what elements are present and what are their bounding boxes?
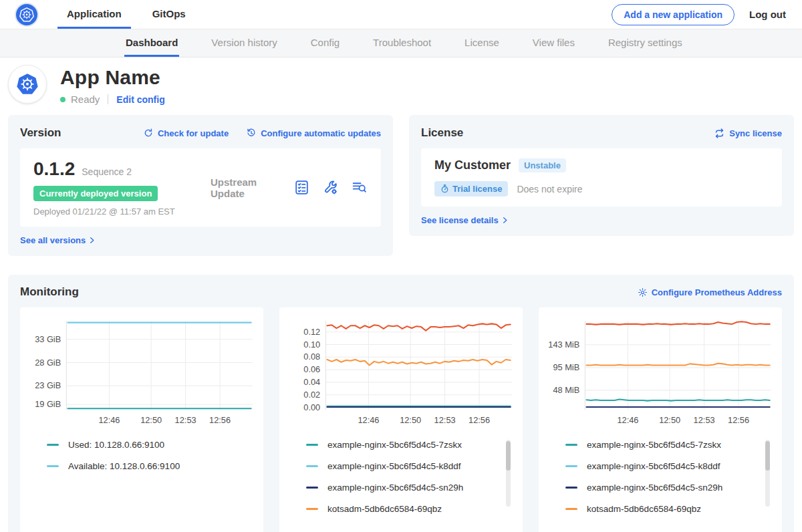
- sub-tab-registry-settings[interactable]: Registry settings: [607, 29, 684, 57]
- sub-tab-license[interactable]: License: [463, 29, 501, 57]
- legend-label: kotsadm-5db6dc6584-69qbz: [327, 504, 442, 514]
- legend-label: example-nginx-5bc6f5d4c5-7zskx: [327, 440, 462, 450]
- sync-icon: [714, 128, 725, 139]
- license-card-title: License: [421, 126, 463, 140]
- legend-item: example-nginx-5bc6f5d4c5-k8ddf: [565, 461, 777, 471]
- svg-text:0.08: 0.08: [303, 352, 320, 362]
- svg-text:12:53: 12:53: [175, 415, 196, 425]
- svg-text:12:50: 12:50: [659, 415, 680, 425]
- svg-text:12:46: 12:46: [98, 415, 120, 425]
- sub-tab-config[interactable]: Config: [309, 29, 341, 57]
- legend-item: kotsadm-5db6dc6584-69qbz: [565, 504, 777, 514]
- legend-item: Used: 10.128.0.66:9100: [47, 440, 258, 450]
- edit-config-link[interactable]: Edit config: [116, 94, 164, 105]
- legend-color-dash: [47, 465, 59, 467]
- legend-color-dash: [565, 444, 577, 446]
- top-tab-gitops[interactable]: GitOps: [143, 0, 195, 29]
- svg-text:12:56: 12:56: [469, 415, 490, 425]
- legend-color-dash: [565, 508, 577, 510]
- chevron-right-icon: [501, 217, 509, 224]
- legend-label: example-nginx-5bc6f5d4c5-sn29h: [587, 483, 722, 493]
- license-panel: My Customer Unstable Trial license Does …: [421, 148, 782, 207]
- legend-color-dash: [306, 487, 318, 489]
- svg-text:12:56: 12:56: [728, 415, 749, 425]
- legend-scrollbar[interactable]: [765, 440, 770, 507]
- legend-scrollbar-thumb[interactable]: [506, 441, 511, 471]
- legend-color-dash: [306, 444, 318, 446]
- app-sub-nav: DashboardVersion historyConfigTroublesho…: [0, 29, 802, 57]
- svg-text:0.02: 0.02: [303, 390, 320, 400]
- gear-icon: [638, 287, 648, 297]
- sub-tab-view-files[interactable]: View files: [531, 29, 576, 57]
- charts-row: 33 GiB28 GiB23 GiB19 GiB12:4612:5012:531…: [20, 307, 782, 532]
- legend-item: example-nginx-5bc6f5d4c5-k8ddf: [306, 461, 517, 471]
- config-wrench-icon[interactable]: [322, 179, 339, 196]
- svg-text:95 MiB: 95 MiB: [553, 362, 579, 372]
- view-logs-icon[interactable]: [351, 179, 368, 196]
- license-expiry: Does not expire: [517, 184, 582, 194]
- customer-name: My Customer: [434, 158, 511, 172]
- memory-chart-legend: example-nginx-5bc6f5d4c5-7zskxexample-ng…: [544, 440, 777, 525]
- version-source-label: Upstream Update: [211, 176, 293, 199]
- status-dot: [60, 97, 65, 102]
- deployed-timestamp: Deployed 01/21/22 @ 11:57 am EST: [33, 207, 211, 217]
- trial-license-badge: Trial license: [434, 181, 508, 196]
- chart-card-memory: 143 MiB95 MiB48 MiB12:4612:5012:5312:56e…: [539, 307, 782, 532]
- version-number: 0.1.2: [33, 158, 75, 180]
- channel-badge: Unstable: [519, 158, 566, 172]
- svg-text:12:50: 12:50: [140, 415, 162, 425]
- svg-text:12:46: 12:46: [617, 415, 638, 425]
- disk-chart-title: Disk Usage: [25, 525, 258, 532]
- legend-color-dash: [47, 444, 59, 446]
- legend-item: example-nginx-5bc6f5d4c5-sn29h: [565, 483, 777, 493]
- stopwatch-icon: [440, 184, 449, 193]
- legend-label: example-nginx-5bc6f5d4c5-sn29h: [327, 483, 463, 493]
- svg-text:12:56: 12:56: [209, 415, 231, 425]
- legend-color-dash: [306, 465, 318, 467]
- status-text: Ready: [71, 94, 100, 105]
- legend-scrollbar-thumb[interactable]: [765, 441, 770, 471]
- chevron-right-icon: [88, 237, 96, 244]
- monitoring-title: Monitoring: [20, 285, 79, 299]
- sub-tab-dashboard[interactable]: Dashboard: [124, 29, 179, 57]
- app-title: App Name: [60, 66, 165, 89]
- legend-scrollbar[interactable]: [506, 440, 511, 507]
- brand-logo[interactable]: [15, 0, 39, 29]
- legend-item: kotsadm-5db6dc6584-69qbz: [306, 504, 517, 514]
- version-card: Version Check for update Configure autom…: [8, 115, 393, 256]
- app-header: App Name Ready Edit config: [0, 57, 802, 114]
- sub-tab-troubleshoot[interactable]: Troubleshoot: [372, 29, 432, 57]
- deployed-version-badge: Currently deployed version: [33, 186, 158, 201]
- top-tab-application[interactable]: Application: [57, 0, 131, 29]
- configure-automatic-updates-button[interactable]: Configure automatic updates: [246, 128, 381, 138]
- add-application-button[interactable]: Add a new application: [612, 4, 734, 25]
- legend-color-dash: [306, 508, 318, 510]
- sequence-label: Sequence 2: [82, 166, 132, 177]
- legend-label: example-nginx-5bc6f5d4c5-k8ddf: [587, 461, 720, 471]
- chart-card-cpu: 0.120.100.080.060.040.020.0012:4612:5012…: [279, 307, 523, 532]
- svg-text:48 MiB: 48 MiB: [553, 385, 579, 395]
- clock-history-icon: [246, 128, 257, 138]
- sync-license-button[interactable]: Sync license: [714, 128, 782, 139]
- preflight-checks-icon[interactable]: [293, 179, 310, 196]
- divider: [108, 94, 108, 104]
- configure-prometheus-button[interactable]: Configure Prometheus Address: [638, 287, 782, 297]
- cpu-chart-legend: example-nginx-5bc6f5d4c5-7zskxexample-ng…: [285, 440, 517, 525]
- svg-text:12:46: 12:46: [358, 415, 379, 425]
- legend-label: example-nginx-5bc6f5d4c5-7zskx: [587, 440, 721, 450]
- check-for-update-button[interactable]: Check for update: [143, 128, 229, 138]
- logout-button[interactable]: Log out: [749, 9, 786, 20]
- legend-label: example-nginx-5bc6f5d4c5-k8ddf: [327, 461, 461, 471]
- sub-tab-version-history[interactable]: Version history: [210, 29, 278, 57]
- svg-text:0.12: 0.12: [303, 327, 320, 337]
- legend-label: Available: 10.128.0.66:9100: [68, 461, 180, 471]
- svg-text:0.06: 0.06: [303, 364, 320, 374]
- legend-item: example-nginx-5bc6f5d4c5-7zskx: [306, 440, 517, 450]
- legend-color-dash: [565, 465, 577, 467]
- svg-text:12:50: 12:50: [400, 415, 421, 425]
- svg-text:23 GiB: 23 GiB: [35, 380, 61, 390]
- memory-usage-chart: 143 MiB95 MiB48 MiB12:4612:5012:5312:56: [544, 315, 777, 433]
- see-all-versions-link[interactable]: See all versions: [20, 235, 96, 245]
- license-card: License Sync license My Customer Unstabl…: [409, 115, 794, 236]
- see-license-details-link[interactable]: See license details: [421, 215, 509, 225]
